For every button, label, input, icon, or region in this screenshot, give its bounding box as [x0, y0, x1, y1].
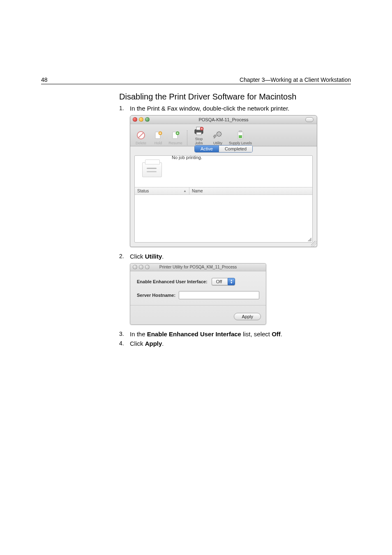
traffic-lights[interactable] — [133, 265, 150, 269]
window-title: Printer Utility for POSQA_KM_11_Process — [159, 265, 237, 269]
job-list-area[interactable] — [135, 195, 312, 229]
page-number: 48 — [41, 76, 48, 83]
step-3: 3. In the Enable Enhanced User Interface… — [119, 331, 351, 338]
step-text: Click Apply. — [130, 340, 351, 347]
step-text: Click Utility. — [130, 253, 351, 260]
svg-point-16 — [218, 133, 219, 134]
select-arrows-icon: ▲▼ — [228, 278, 235, 285]
header-rule — [41, 84, 351, 84]
printer-icon — [142, 162, 162, 177]
window-titlebar: Printer Utility for POSQA_KM_11_Process — [130, 264, 266, 271]
window-title: POSQA-KM-11_Process — [198, 117, 248, 122]
column-status[interactable]: Status ▲ — [135, 187, 189, 194]
sort-asc-icon: ▲ — [183, 189, 187, 193]
tab-active[interactable]: Active — [195, 146, 219, 152]
column-name[interactable]: Name — [189, 187, 312, 194]
minimize-icon[interactable] — [139, 117, 143, 122]
svg-line-24 — [217, 136, 217, 136]
queue-tabs[interactable]: Active Completed — [194, 145, 253, 153]
server-hostname-input[interactable] — [179, 291, 259, 299]
select-value: Off — [212, 278, 228, 285]
separator — [130, 305, 266, 305]
svg-rect-14 — [202, 128, 202, 130]
close-icon[interactable] — [133, 265, 137, 269]
stop-jobs-button[interactable]: Stop Jobs — [191, 126, 207, 145]
resume-button: Resume — [167, 130, 184, 145]
svg-point-3 — [159, 132, 162, 135]
step-1: 1. In the Print & Fax window, double-cli… — [119, 105, 351, 112]
toolbar-toggle-pill[interactable] — [305, 117, 314, 122]
supply-levels-button[interactable]: Supply Levels — [228, 130, 252, 145]
no-job-label: No job printing. — [172, 155, 312, 160]
document-pause-icon — [154, 131, 163, 140]
traffic-lights[interactable] — [133, 117, 150, 122]
server-hostname-row: Server Hostname: — [137, 291, 259, 299]
svg-rect-13 — [201, 128, 202, 130]
hold-button: Hold — [150, 130, 166, 145]
step-number: 2. — [119, 253, 130, 259]
svg-rect-26 — [239, 135, 242, 138]
step-4: 4. Click Apply. — [119, 340, 351, 347]
printer-stop-icon — [194, 126, 204, 136]
minimize-icon[interactable] — [139, 265, 143, 269]
apply-button[interactable]: Apply — [234, 313, 261, 320]
toolbar-label: Hold — [154, 141, 162, 145]
column-label: Status — [137, 189, 149, 193]
toolbar-label: Supply Levels — [229, 141, 252, 145]
enable-interface-row: Enable Enhanced User Interface: Off ▲▼ — [137, 278, 259, 285]
toolbar-label: Stop Jobs — [195, 137, 203, 145]
printer-utility-window: Printer Utility for POSQA_KM_11_Process … — [130, 263, 266, 325]
zoom-icon[interactable] — [145, 265, 150, 269]
svg-line-21 — [217, 132, 217, 132]
supply-levels-icon — [236, 130, 245, 140]
toolbar-label: Utility — [213, 141, 222, 145]
step-text: In the Print & Fax window, double-click … — [130, 105, 351, 112]
step-text: In the Enable Enhanced User Interface li… — [130, 331, 351, 338]
toolbar: Delete Hold — [130, 124, 317, 146]
window-titlebar: POSQA-KM-11_Process — [130, 116, 317, 124]
delete-button: Delete — [133, 130, 149, 145]
svg-line-23 — [221, 132, 221, 132]
step-number: 4. — [119, 340, 130, 347]
chapter-title: Chapter 3—Working at a Client Workstatio… — [240, 76, 351, 83]
resize-handle[interactable] — [311, 241, 317, 247]
svg-line-22 — [221, 136, 221, 136]
toolbar-label: Delete — [136, 141, 146, 145]
server-hostname-label: Server Hostname: — [137, 293, 175, 298]
toolbar-label: Resume — [168, 141, 182, 145]
svg-point-12 — [200, 127, 203, 130]
enable-interface-label: Enable Enhanced User Interface: — [137, 279, 208, 284]
step-number: 3. — [119, 331, 130, 337]
section-title: Disabling the Print Driver Software for … — [119, 92, 351, 102]
utility-button[interactable]: Utility — [210, 130, 226, 145]
job-list: Status ▲ Name — [135, 187, 312, 229]
svg-rect-11 — [196, 132, 201, 135]
zoom-icon[interactable] — [145, 117, 150, 122]
enable-interface-select[interactable]: Off ▲▼ — [212, 278, 235, 285]
svg-rect-27 — [239, 131, 242, 132]
printer-queue-window: POSQA-KM-11_Process Delete — [130, 115, 317, 247]
close-icon[interactable] — [133, 117, 137, 122]
wrench-gear-icon — [213, 130, 223, 140]
no-entry-icon — [136, 131, 145, 140]
svg-rect-4 — [160, 132, 160, 134]
toolbar-divider — [187, 130, 187, 145]
svg-rect-5 — [160, 132, 161, 134]
tab-completed[interactable]: Completed — [219, 146, 252, 152]
step-2: 2. Click Utility. — [119, 253, 351, 260]
document-play-icon — [171, 131, 180, 140]
step-number: 1. — [119, 105, 130, 111]
